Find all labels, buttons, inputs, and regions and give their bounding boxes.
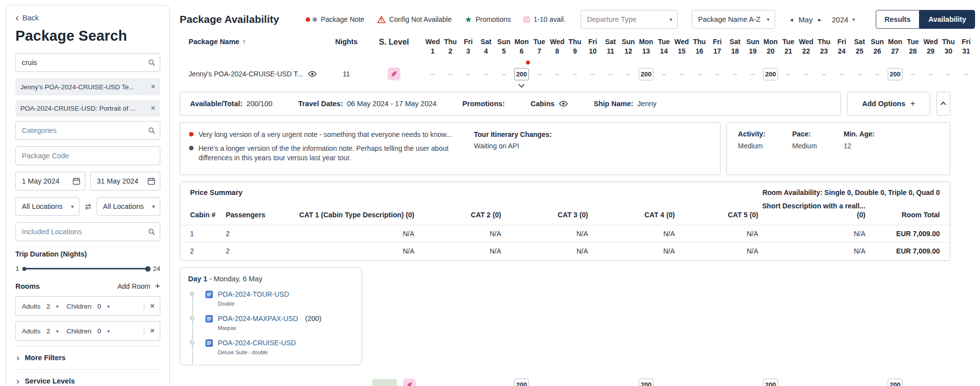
children-select[interactable]: Children 0 ▾ [66,303,110,310]
page-title: Package Availability [180,13,279,25]
chip-remove-icon[interactable]: × [151,83,155,91]
view-toggle: Results Availability [876,10,975,29]
day-column-header: Thu 23 [815,38,833,55]
service-level-icon[interactable] [388,67,400,80]
cabin-number: 2 [190,243,226,259]
chevron-down-icon: ▾ [152,203,155,210]
service-levels-toggle[interactable]: › Service Levels [15,369,160,386]
availability-square-icon [523,16,530,23]
availability-cell[interactable]: 200 [886,371,904,386]
chevron-up-icon [940,102,946,107]
itinerary-count: (200) [305,315,322,322]
itinerary-package-link[interactable]: POA-2024-TOUR-USD [218,290,289,298]
back-button[interactable]: ‹ Back [15,13,39,22]
chevron-down-icon: ▾ [107,328,110,334]
tour-itinerary-changes: Tour Itinerary Changes: Waiting on API [474,130,711,167]
price-column-header: CAT 2 (0) [414,209,501,224]
price-column-header: CAT 3 (0) [501,209,588,224]
availability-cell[interactable]: 200 [762,60,780,88]
package-code-input[interactable] [15,146,160,165]
location-from-select[interactable]: All Locations ▾ [15,197,79,216]
chevron-down-icon: ▾ [669,16,672,23]
swap-locations-button[interactable] [83,202,93,211]
availability-cell[interactable]: 200 [513,371,530,386]
availability-cell[interactable]: 200 [637,371,655,386]
collapse-detail-button[interactable] [936,92,950,116]
availability-cell: – [548,60,566,88]
day-column-header: Wed 1 [424,38,442,55]
departure-type-select[interactable]: Departure Type ▾ [581,10,678,29]
location-to-select[interactable]: All Locations ▾ [97,197,161,216]
day-column-header: Mon 6 [513,38,530,55]
availability-button[interactable]: Availability [919,10,975,29]
cabins-toggle[interactable]: Cabins [530,100,568,108]
timeline-dot-icon [190,340,194,344]
slider-track[interactable] [24,268,148,269]
availability-cell [459,371,477,386]
availability-cell[interactable]: 200 [513,60,530,88]
filter-chip: POA-2024-CRUISE-USD: Portrait of ... × [15,100,160,117]
cat4-price: N/A [588,243,675,259]
chevron-down-icon: ▾ [107,304,110,309]
service-level-icon[interactable] [403,379,416,386]
day-column-header: Fri 24 [833,38,850,55]
package-search-input[interactable] [15,53,160,72]
chevron-right-icon: › [16,354,19,361]
package-note: Very long version of a very urgent note … [189,130,462,139]
day-column-header: Mon 20 [762,38,780,55]
sort-ascending-icon: ↑ [242,38,246,46]
remove-room-icon[interactable]: × [150,301,155,311]
slider-handle-min[interactable] [22,267,26,271]
package-nights: 11 [328,70,364,78]
availability-cell: – [477,60,495,88]
more-filters-toggle[interactable]: › More Filters [15,346,160,369]
availability-cell[interactable]: 200 [637,60,655,88]
availability-cell: – [868,60,886,88]
timeline-dot-icon [190,316,194,320]
package-name-column-header[interactable]: Package Name ↑ [180,38,328,46]
eye-icon[interactable] [559,101,568,107]
chip-remove-icon[interactable]: × [151,104,155,112]
prev-month-icon[interactable]: ◂ [789,16,794,23]
availability-cell[interactable]: 200 [762,371,780,386]
availability-cell: – [584,60,602,88]
availability-cell: – [619,60,637,88]
results-button[interactable]: Results [876,10,919,29]
availability-cell [850,371,868,386]
year-select[interactable]: 2024 ▾ [832,15,855,24]
included-locations-input[interactable] [15,222,160,241]
package-info-bar: Available/Total: 200/100 Travel Dates: 0… [180,92,841,116]
divider: | [143,303,145,310]
service-level-badge[interactable] [372,379,397,386]
slider-handle-max[interactable] [145,266,150,271]
day-column-header: Fri 10 [584,38,602,55]
price-table-header: Cabin # Passengers CAT 1 (Cabin Type Des… [180,200,950,225]
itinerary-item: POA-2024-TOUR-USD Double [188,290,354,314]
availability-cell: – [744,60,762,88]
sort-select[interactable]: Package Name A-Z ▾ [692,10,775,29]
calendar-icon[interactable] [72,177,80,185]
add-options-button[interactable]: Add Options + [847,92,930,116]
plus-icon: + [911,99,915,109]
children-select[interactable]: Children 0 ▾ [66,327,110,335]
availability-cell[interactable]: 200 [886,60,904,88]
next-month-icon[interactable]: ▸ [817,16,823,23]
itinerary-package-link[interactable]: POA-2024-MAXPAX-USD [218,315,298,322]
calendar-icon[interactable] [147,177,155,185]
timeline-dot-icon [190,292,194,296]
package-name[interactable]: Jenny's POA-2024-CRUISE-USD T... [189,70,303,78]
date-to-field [90,172,160,191]
itinerary-changes-label: Tour Itinerary Changes: [474,130,711,138]
adults-select[interactable]: Adults 2 ▾ [22,327,59,335]
adults-select[interactable]: Adults 2 ▾ [22,303,59,310]
day-column-header: Wed 29 [922,38,940,55]
categories-input[interactable] [15,121,160,140]
cat3-price: N/A [501,243,588,259]
add-room-button[interactable]: Add Room + [118,282,160,290]
itinerary-package-link[interactable]: POA-2024-CRUISE-USD [218,339,296,347]
plus-icon: + [155,282,160,290]
remove-room-icon[interactable]: × [150,326,155,336]
legend-promotions: ★ Promotions [464,15,511,24]
eye-icon[interactable] [308,71,317,77]
document-icon [205,339,213,347]
